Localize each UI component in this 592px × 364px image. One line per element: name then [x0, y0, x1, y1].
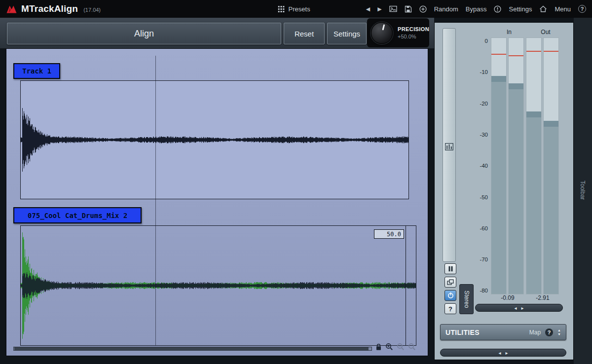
meter-bar-in-left[interactable]	[491, 37, 507, 294]
warning-icon	[494, 5, 501, 13]
plus-circle-icon	[419, 5, 427, 13]
global-settings-button[interactable]: Settings	[509, 5, 532, 13]
playhead-line	[155, 56, 156, 346]
meter-peak-out-left	[526, 51, 541, 52]
scroll-right-glyph: ▸	[521, 305, 524, 311]
image-icon	[389, 5, 397, 12]
presets-label: Presets	[289, 5, 310, 13]
precision-value: +50.0%	[398, 34, 429, 39]
precision-label: PRECISION	[398, 26, 429, 32]
db-scale-label: -20	[468, 100, 488, 107]
stereo-tab[interactable]: Stereo	[459, 284, 474, 314]
meter-range-slider[interactable]	[443, 28, 456, 262]
map-label[interactable]: Map	[529, 329, 541, 336]
home-icon	[539, 5, 547, 12]
precision-labels: PRECISION +50.0%	[398, 26, 429, 39]
utilities-hscrollbar[interactable]: ◂ ▸	[440, 349, 566, 357]
next-preset-button[interactable]: ▶	[377, 6, 381, 12]
meter-bar-in-right[interactable]	[508, 37, 524, 294]
utilities-title: UTILITIES	[445, 328, 525, 336]
stepper-down-icon[interactable]: ▼	[557, 332, 561, 336]
meter-fill-in-right	[509, 83, 523, 294]
out-peak-value: -2.91	[526, 294, 559, 301]
db-scale-label: -30	[468, 131, 488, 138]
zoom-fit-icon[interactable]	[408, 343, 416, 351]
timeline-scrollbar[interactable]	[13, 347, 372, 351]
track2-waveform[interactable]	[21, 226, 416, 345]
meter-enable-button[interactable]	[444, 290, 456, 301]
top-bar: MTrackAlign (17.04) Presets ◀ ▶	[0, 0, 592, 18]
timeline-scroll-thumb[interactable]	[14, 347, 369, 350]
lock-zoom-icon[interactable]	[375, 343, 382, 351]
track1-label[interactable]: Track 1	[13, 63, 60, 79]
meter-mode-icon	[445, 143, 453, 150]
in-column-label: In	[499, 29, 519, 36]
melda-logo-icon[interactable]	[6, 4, 17, 14]
offset-handle-divider[interactable]	[406, 226, 406, 345]
alerts-button[interactable]	[494, 5, 501, 13]
meter-bar-out-right[interactable]	[543, 37, 559, 294]
meter-peak-out-right	[544, 51, 558, 52]
zoom-in-icon[interactable]	[385, 343, 393, 351]
track2-label[interactable]: 075_Cool Cat_Drums_Mix 2	[13, 207, 142, 223]
windows-icon	[447, 279, 454, 285]
out-column-label: Out	[536, 29, 555, 36]
mtrackalign-window: MTrackAlign (17.04) Presets ◀ ▶	[0, 0, 592, 364]
add-preset-button[interactable]	[419, 5, 427, 13]
app-title: MTrackAlign	[21, 3, 78, 14]
offset-value-box[interactable]: 50.0	[374, 229, 404, 239]
knob-indicator	[382, 24, 385, 30]
align-settings-button[interactable]: Settings	[327, 23, 367, 44]
scroll-left-glyph: ◂	[498, 350, 501, 356]
meter-panel: In Out 0-10-20-30-40-50-60-70-80 -0.09 -…	[434, 22, 574, 360]
db-scale-label: -70	[468, 256, 488, 263]
bypass-button[interactable]: Bypass	[466, 5, 487, 13]
meter-options-button[interactable]	[444, 143, 454, 152]
zoom-out-icon[interactable]	[397, 343, 405, 351]
pause-icon	[448, 266, 453, 272]
track2-frame	[20, 225, 416, 346]
previous-preset-button[interactable]: ◀	[366, 6, 370, 12]
meter-pause-button[interactable]	[444, 263, 456, 274]
power-icon	[447, 292, 454, 299]
menu-button[interactable]: Menu	[555, 5, 571, 13]
save-icon	[405, 5, 412, 13]
precision-knob[interactable]	[371, 22, 393, 44]
help-icon[interactable]: ?	[578, 5, 586, 13]
track1-frame	[20, 80, 409, 199]
meter-bar-out-left[interactable]	[526, 37, 542, 294]
toolbar-collapsed-tab[interactable]: Toolbar	[579, 181, 586, 200]
utilities-stepper[interactable]: ▲ ▼	[557, 328, 561, 336]
edge-strip: Toolbar	[574, 18, 592, 364]
db-scale-label: -60	[468, 225, 488, 232]
reset-button[interactable]: Reset	[284, 23, 325, 44]
topbar-actions: ◀ ▶	[366, 5, 586, 13]
random-button[interactable]: Random	[434, 5, 458, 13]
stepper-up-icon[interactable]: ▲	[557, 328, 561, 332]
zoom-tools	[375, 343, 416, 351]
precision-block: PRECISION +50.0%	[367, 18, 429, 47]
alignment-editor: Track 1 075_Cool Cat_Drums_Mix 2 50.0	[6, 48, 428, 356]
utilities-help-icon[interactable]: ?	[545, 328, 553, 336]
presets-button[interactable]: Presets	[278, 0, 310, 18]
db-scale-label: -10	[468, 69, 488, 75]
app-version: (17.04)	[83, 7, 101, 13]
align-button[interactable]: Align	[7, 23, 281, 44]
meter-hscrollbar[interactable]: ◂ ▸	[475, 304, 563, 312]
meter-popup-button[interactable]	[444, 277, 456, 288]
scroll-right-glyph: ▸	[506, 350, 508, 356]
home-button[interactable]	[539, 5, 547, 12]
meter-peak-in-left	[491, 54, 506, 55]
screenshot-button[interactable]	[389, 5, 397, 12]
track1-waveform[interactable]	[21, 81, 408, 199]
db-scale-label: 0	[468, 37, 488, 44]
meter-fill-out-right	[544, 121, 558, 294]
save-preset-button[interactable]	[405, 5, 412, 13]
meter-fill-in-left	[491, 76, 506, 294]
db-scale-label: -50	[468, 194, 488, 201]
meter-fill-out-left	[526, 111, 541, 294]
in-peak-value: -0.09	[491, 294, 524, 301]
utilities-header[interactable]: UTILITIES Map ? ▲ ▼	[440, 324, 566, 340]
presets-grid-icon	[278, 6, 285, 12]
meter-help-button[interactable]: ?	[444, 303, 456, 314]
